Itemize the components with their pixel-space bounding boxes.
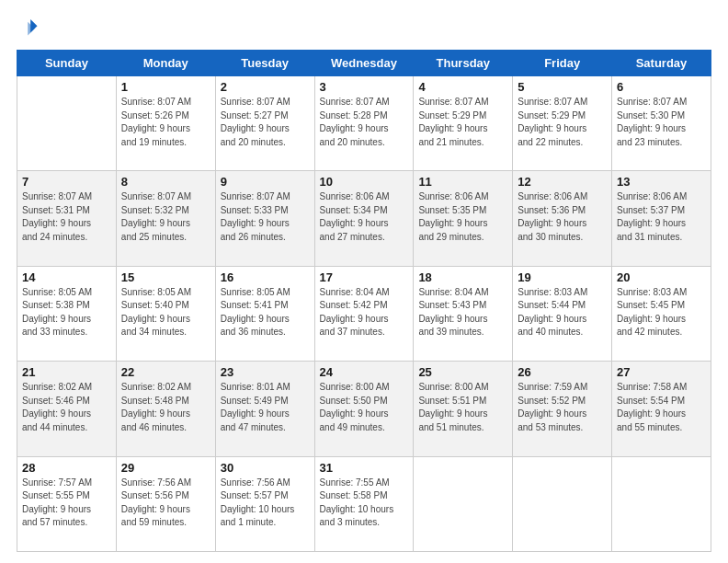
day-number: 26 [518,365,607,379]
day-number: 4 [418,80,507,94]
day-info: Sunrise: 7:59 AMSunset: 5:52 PMDaylight:… [518,381,607,434]
day-number: 28 [22,461,111,475]
day-info: Sunrise: 8:07 AMSunset: 5:26 PMDaylight:… [121,96,210,149]
calendar-cell: 31Sunrise: 7:55 AMSunset: 5:58 PMDayligh… [314,456,414,551]
day-info: Sunrise: 8:05 AMSunset: 5:40 PMDaylight:… [121,286,210,339]
calendar-cell: 2Sunrise: 8:07 AMSunset: 5:27 PMDaylight… [215,76,314,171]
calendar-cell: 30Sunrise: 7:56 AMSunset: 5:57 PMDayligh… [215,456,314,551]
weekday-header-wednesday: Wednesday [314,51,414,76]
day-number: 19 [518,270,607,284]
calendar-cell: 22Sunrise: 8:02 AMSunset: 5:48 PMDayligh… [116,362,215,456]
calendar-table: SundayMondayTuesdayWednesdayThursdayFrid… [17,50,711,552]
day-info: Sunrise: 8:03 AMSunset: 5:44 PMDaylight:… [518,286,607,339]
calendar-cell: 28Sunrise: 7:57 AMSunset: 5:55 PMDayligh… [17,456,117,551]
day-info: Sunrise: 8:07 AMSunset: 5:32 PMDaylight:… [121,190,210,244]
day-number: 1 [121,80,210,94]
calendar-cell: 13Sunrise: 8:06 AMSunset: 5:37 PMDayligh… [612,171,711,266]
day-info: Sunrise: 8:04 AMSunset: 5:43 PMDaylight:… [418,286,507,339]
day-number: 30 [221,461,310,475]
day-info: Sunrise: 7:56 AMSunset: 5:57 PMDaylight:… [221,477,310,530]
calendar-cell: 9Sunrise: 8:07 AMSunset: 5:33 PMDaylight… [215,171,314,266]
day-info: Sunrise: 7:57 AMSunset: 5:55 PMDaylight:… [22,477,111,530]
day-number: 27 [617,365,706,379]
calendar-cell: 11Sunrise: 8:06 AMSunset: 5:35 PMDayligh… [414,171,513,266]
weekday-header-row: SundayMondayTuesdayWednesdayThursdayFrid… [17,51,711,76]
weekday-header-friday: Friday [513,51,612,76]
day-number: 2 [221,80,310,94]
day-info: Sunrise: 8:07 AMSunset: 5:30 PMDaylight:… [617,96,706,149]
day-number: 18 [418,270,507,284]
day-info: Sunrise: 8:06 AMSunset: 5:37 PMDaylight:… [617,190,706,244]
day-number: 13 [617,175,706,189]
calendar-cell: 6Sunrise: 8:07 AMSunset: 5:30 PMDaylight… [612,76,711,171]
day-info: Sunrise: 7:58 AMSunset: 5:54 PMDaylight:… [617,381,706,434]
day-info: Sunrise: 7:55 AMSunset: 5:58 PMDaylight:… [320,477,409,530]
day-number: 23 [221,365,310,379]
day-number: 25 [418,365,507,379]
calendar-body: 1Sunrise: 8:07 AMSunset: 5:26 PMDaylight… [17,76,711,552]
calendar-cell [17,76,117,171]
day-number: 31 [320,461,409,475]
day-info: Sunrise: 8:06 AMSunset: 5:34 PMDaylight:… [320,190,409,244]
day-number: 11 [418,175,507,189]
calendar-cell: 16Sunrise: 8:05 AMSunset: 5:41 PMDayligh… [215,266,314,361]
day-info: Sunrise: 8:03 AMSunset: 5:45 PMDaylight:… [617,286,706,339]
day-number: 9 [221,175,310,189]
day-info: Sunrise: 8:04 AMSunset: 5:42 PMDaylight:… [320,286,409,339]
calendar-cell: 18Sunrise: 8:04 AMSunset: 5:43 PMDayligh… [414,266,513,361]
day-number: 10 [320,175,409,189]
weekday-header-sunday: Sunday [17,51,117,76]
calendar-cell: 24Sunrise: 8:00 AMSunset: 5:50 PMDayligh… [314,362,414,456]
calendar-cell: 12Sunrise: 8:06 AMSunset: 5:36 PMDayligh… [513,171,612,266]
calendar-week-2: 7Sunrise: 8:07 AMSunset: 5:31 PMDaylight… [17,171,711,266]
calendar-cell: 19Sunrise: 8:03 AMSunset: 5:44 PMDayligh… [513,266,612,361]
calendar-week-5: 28Sunrise: 7:57 AMSunset: 5:55 PMDayligh… [17,456,711,551]
calendar-cell: 17Sunrise: 8:04 AMSunset: 5:42 PMDayligh… [314,266,414,361]
day-info: Sunrise: 8:05 AMSunset: 5:41 PMDaylight:… [221,286,310,339]
day-info: Sunrise: 7:56 AMSunset: 5:56 PMDaylight:… [121,477,210,530]
weekday-header-thursday: Thursday [414,51,513,76]
calendar-cell [612,456,711,551]
day-number: 17 [320,270,409,284]
day-info: Sunrise: 8:01 AMSunset: 5:49 PMDaylight:… [221,381,310,434]
day-number: 12 [518,175,607,189]
day-number: 15 [121,270,210,284]
day-number: 24 [320,365,409,379]
day-info: Sunrise: 8:00 AMSunset: 5:51 PMDaylight:… [418,381,507,434]
day-info: Sunrise: 8:07 AMSunset: 5:29 PMDaylight:… [418,96,507,149]
day-number: 21 [22,365,111,379]
day-info: Sunrise: 8:02 AMSunset: 5:46 PMDaylight:… [22,381,111,434]
calendar-cell: 29Sunrise: 7:56 AMSunset: 5:56 PMDayligh… [116,456,215,551]
calendar-cell: 4Sunrise: 8:07 AMSunset: 5:29 PMDaylight… [414,76,513,171]
calendar-cell: 10Sunrise: 8:06 AMSunset: 5:34 PMDayligh… [314,171,414,266]
day-info: Sunrise: 8:06 AMSunset: 5:36 PMDaylight:… [518,190,607,244]
calendar-cell: 15Sunrise: 8:05 AMSunset: 5:40 PMDayligh… [116,266,215,361]
day-number: 16 [221,270,310,284]
day-info: Sunrise: 8:06 AMSunset: 5:35 PMDaylight:… [418,190,507,244]
calendar-cell: 7Sunrise: 8:07 AMSunset: 5:31 PMDaylight… [17,171,117,266]
day-info: Sunrise: 8:07 AMSunset: 5:33 PMDaylight:… [221,190,310,244]
calendar-cell: 21Sunrise: 8:02 AMSunset: 5:46 PMDayligh… [17,362,117,456]
calendar-cell: 3Sunrise: 8:07 AMSunset: 5:28 PMDaylight… [314,76,414,171]
calendar-cell: 25Sunrise: 8:00 AMSunset: 5:51 PMDayligh… [414,362,513,456]
calendar-cell: 26Sunrise: 7:59 AMSunset: 5:52 PMDayligh… [513,362,612,456]
calendar-cell: 14Sunrise: 8:05 AMSunset: 5:38 PMDayligh… [17,266,117,361]
day-number: 3 [320,80,409,94]
day-number: 20 [617,270,706,284]
logo-icon [18,17,39,37]
day-number: 5 [518,80,607,94]
day-info: Sunrise: 8:07 AMSunset: 5:29 PMDaylight:… [518,96,607,149]
day-number: 6 [617,80,706,94]
calendar-cell: 27Sunrise: 7:58 AMSunset: 5:54 PMDayligh… [612,362,711,456]
logo [17,17,39,40]
weekday-header-saturday: Saturday [612,51,711,76]
day-number: 7 [22,175,111,189]
calendar-cell [414,456,513,551]
calendar-week-3: 14Sunrise: 8:05 AMSunset: 5:38 PMDayligh… [17,266,711,361]
calendar-cell: 23Sunrise: 8:01 AMSunset: 5:49 PMDayligh… [215,362,314,456]
calendar-week-4: 21Sunrise: 8:02 AMSunset: 5:46 PMDayligh… [17,362,711,456]
day-info: Sunrise: 8:00 AMSunset: 5:50 PMDaylight:… [320,381,409,434]
day-info: Sunrise: 8:07 AMSunset: 5:28 PMDaylight:… [320,96,409,149]
day-info: Sunrise: 8:07 AMSunset: 5:31 PMDaylight:… [22,190,111,244]
day-number: 14 [22,270,111,284]
